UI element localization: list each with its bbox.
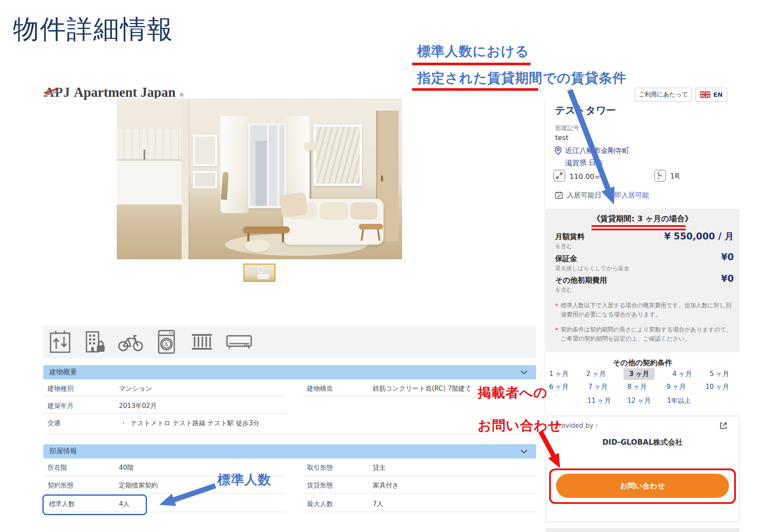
fee-label: 月額賃料 bbox=[555, 232, 585, 242]
throw-blanket bbox=[279, 192, 308, 218]
month-option-11[interactable]: 11 ヶ月 bbox=[588, 397, 611, 405]
row-label: 賃貸形態 bbox=[307, 481, 333, 490]
property-detail-page: 物件詳細情報 標準人数における 指定された賃貸期間での賃貸条件 APJ Apar… bbox=[0, 0, 764, 532]
property-name: テストタワー bbox=[555, 104, 616, 117]
month-option-over-1-year[interactable]: 1年以上 bbox=[667, 397, 691, 405]
month-option-5[interactable]: 5 ヶ月 bbox=[710, 370, 729, 378]
sofa-cushion-2 bbox=[320, 202, 348, 220]
location-pin-icon bbox=[554, 146, 562, 155]
property-photo bbox=[117, 99, 402, 259]
annotation-double-underline-2 bbox=[591, 229, 686, 230]
room-section-title: 部屋情報 bbox=[49, 447, 77, 456]
stool-seat bbox=[359, 224, 383, 229]
row-divider bbox=[43, 413, 286, 414]
month-option-12[interactable]: 12 ヶ月 bbox=[627, 397, 651, 405]
row-value: 貸主 bbox=[373, 464, 386, 472]
row-divider bbox=[43, 396, 286, 396]
fee-label: 保証金 bbox=[555, 254, 577, 264]
annotation-red-line2: お問い合わせ bbox=[478, 417, 562, 435]
room-code-value: test bbox=[555, 134, 569, 142]
standard-occupancy-highlight-box bbox=[42, 494, 147, 515]
language-label: EN bbox=[713, 91, 722, 98]
kitchen-backsplash bbox=[117, 129, 182, 159]
month-option-1[interactable]: 1 ヶ月 bbox=[549, 370, 569, 378]
month-options-row-1: 1 ヶ月 2 ヶ月 3 ヶ月 4 ヶ月 5 ヶ月 bbox=[549, 368, 729, 380]
section-header-building: 建物概要 bbox=[43, 365, 536, 379]
layout-value: 1R bbox=[670, 172, 680, 180]
terms-note-2: *契約条件は契約期間の長さにより変動する場合がありますので、ご希望の契約期間を設… bbox=[555, 325, 732, 343]
building-section-title: 建物概要 bbox=[49, 368, 77, 377]
month-options-row-2: 6 ヶ月 7 ヶ月 8 ヶ月 9 ヶ月 10 ヶ月 bbox=[549, 383, 729, 391]
chevron-down-icon[interactable] bbox=[521, 449, 527, 454]
month-option-2[interactable]: 2 ヶ月 bbox=[586, 370, 606, 378]
wall-art-small-1 bbox=[193, 135, 217, 166]
window-mullion-2 bbox=[277, 125, 279, 206]
page-title: 物件詳細情報 bbox=[13, 12, 174, 47]
row-value: 7人 bbox=[373, 500, 384, 508]
chevron-down-icon[interactable] bbox=[521, 370, 527, 375]
row-divider bbox=[305, 493, 536, 494]
month-options-row-3: 11 ヶ月 12 ヶ月 1年以上 bbox=[549, 397, 729, 405]
annotation-underline-2 bbox=[412, 88, 538, 91]
row-value: マンション bbox=[119, 385, 152, 393]
annotation-blue-line2: 指定された賃貸期間での賃貸条件 bbox=[417, 69, 627, 87]
annotation-standard-occupancy: 標準人数 bbox=[217, 471, 271, 489]
usage-guide-button[interactable]: ご利用にあたって bbox=[635, 88, 692, 102]
uk-flag-icon bbox=[700, 91, 710, 98]
kitchen-faucet bbox=[144, 150, 145, 160]
coffee-table bbox=[243, 226, 290, 233]
row-value: 2013年02月 bbox=[119, 402, 157, 410]
row-divider bbox=[43, 493, 286, 494]
fee-sub: 退去後しばらくしてから返金 bbox=[555, 264, 629, 272]
address-line1: 近江八幡市金剛寺町 bbox=[565, 146, 630, 156]
month-option-9[interactable]: 9 ヶ月 bbox=[666, 383, 686, 391]
fee-sub: を含む bbox=[555, 286, 572, 294]
month-option-8[interactable]: 8 ヶ月 bbox=[627, 383, 647, 391]
brand-mark: APJ bbox=[45, 85, 70, 100]
floor-area-icon bbox=[553, 170, 565, 182]
address-line2: 滋賀県 日本 bbox=[565, 158, 603, 168]
external-link-icon[interactable] bbox=[719, 421, 728, 430]
row-value: テストメトロ テスト路線 テスト駅 徒歩3分 bbox=[131, 419, 259, 427]
row-value: 定期借家契約 bbox=[119, 481, 158, 490]
month-option-7[interactable]: 7 ヶ月 bbox=[588, 383, 607, 391]
row-label: 所在階 bbox=[48, 464, 67, 472]
calendar-check-icon bbox=[554, 191, 563, 200]
move-in-value: 即入居可能 bbox=[614, 191, 649, 200]
fee-sub: を含む bbox=[555, 242, 572, 250]
table-leg-2 bbox=[282, 233, 284, 242]
thumb-window bbox=[259, 267, 263, 273]
month-option-4[interactable]: 4 ヶ月 bbox=[672, 370, 692, 378]
air-conditioner-icon bbox=[226, 330, 253, 354]
section-header-room: 部屋情報 bbox=[43, 444, 536, 459]
row-value: 40階 bbox=[119, 464, 134, 472]
month-option-3-selected[interactable]: 3 ヶ月 bbox=[623, 368, 655, 380]
row-value: 家具付き bbox=[373, 481, 399, 490]
radiator-icon bbox=[189, 330, 214, 354]
sofa-cushion-3 bbox=[351, 202, 377, 220]
thumb-sofa bbox=[257, 274, 269, 279]
wall-art-large bbox=[313, 124, 362, 186]
sidebar-divider bbox=[545, 99, 545, 416]
room-code-label: 部屋記号 bbox=[555, 124, 579, 132]
amenity-icon-band: $ bbox=[43, 325, 536, 358]
row-label: 最大人数 bbox=[307, 500, 333, 508]
month-option-6[interactable]: 6 ヶ月 bbox=[549, 383, 569, 391]
floor-pouf bbox=[245, 239, 270, 252]
language-button[interactable]: EN bbox=[695, 88, 727, 102]
contact-button[interactable]: お問い合わせ bbox=[556, 474, 729, 498]
row-label: 交通 bbox=[48, 419, 61, 427]
floor-plan-icon bbox=[654, 170, 666, 182]
card-bottom-strip bbox=[546, 528, 739, 532]
svg-text:$: $ bbox=[165, 341, 168, 347]
wall-art-small-2 bbox=[193, 171, 217, 188]
annotation-double-underline-1 bbox=[591, 225, 686, 227]
month-option-10[interactable]: 10 ヶ月 bbox=[706, 383, 729, 391]
kitchen-cabinets bbox=[117, 159, 182, 204]
photo-thumbnail[interactable] bbox=[243, 264, 275, 282]
building-silhouette bbox=[256, 141, 268, 206]
elevator-icon bbox=[48, 330, 72, 354]
brand-logo[interactable]: APJ Apartment Japan ® bbox=[45, 85, 184, 100]
row-value: 鉄筋コンクリート造(RC) 7階建て bbox=[373, 385, 471, 393]
auto-lock-building-icon bbox=[83, 330, 106, 354]
